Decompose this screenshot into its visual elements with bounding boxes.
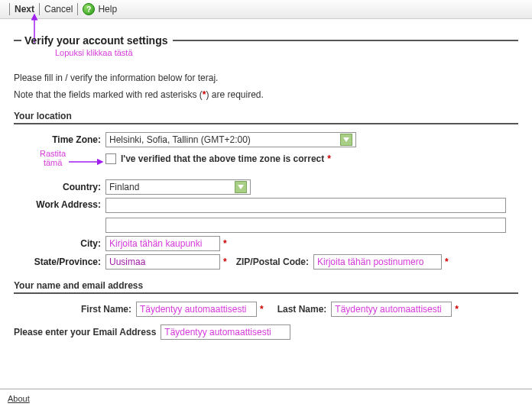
- zip-label: ZIP/Postal Code:: [227, 257, 313, 267]
- location-heading: Your location: [14, 111, 518, 124]
- state-input[interactable]: Uusimaa: [105, 254, 220, 270]
- intro-line-2: Note that the fields marked with red ast…: [14, 89, 518, 100]
- toolbar-separator: [77, 3, 78, 15]
- email-label: Please enter your Email Address: [14, 327, 161, 337]
- content-area: Verify your account settings Lopuksi kli…: [0, 19, 532, 389]
- city-input[interactable]: Kirjoita tähän kaupunki: [105, 236, 220, 251]
- about-link[interactable]: About: [8, 394, 30, 403]
- required-asterisk: *: [445, 257, 449, 267]
- timezone-label: Time Zone:: [14, 134, 105, 145]
- required-asterisk: *: [260, 304, 264, 315]
- work-address-input-1[interactable]: [105, 198, 506, 213]
- chevron-down-icon[interactable]: [340, 134, 352, 146]
- email-input[interactable]: Täydentyy automaattisesti: [161, 324, 290, 340]
- timezone-select[interactable]: Helsinki, Sofia, Tallinn (GMT+2:00): [105, 132, 356, 147]
- country-select[interactable]: Finland: [105, 179, 251, 195]
- verify-timezone-checkbox[interactable]: [105, 153, 116, 164]
- help-button[interactable]: ? Help: [83, 3, 117, 15]
- required-asterisk: *: [223, 238, 227, 249]
- section-title: Verify your account settings: [14, 34, 518, 47]
- lastname-label: Last Name:: [268, 304, 332, 315]
- footer: About: [0, 389, 532, 408]
- work-address-label: Work Address:: [14, 198, 105, 210]
- required-asterisk: *: [327, 153, 331, 164]
- toolbar: Next Cancel ? Help: [0, 0, 532, 19]
- annotation-check-this: Rastitatämä: [40, 149, 66, 167]
- lastname-input[interactable]: Täydentyy automaattisesti: [331, 302, 452, 317]
- zip-input[interactable]: Kirjoita tähän postinumero: [313, 254, 442, 270]
- next-button[interactable]: Next: [15, 4, 34, 15]
- state-label: State/Province:: [14, 257, 105, 267]
- timezone-value: Helsinki, Sofia, Tallinn (GMT+2:00): [109, 133, 337, 147]
- help-icon: ?: [83, 3, 95, 15]
- intro-line-1: Please fill in / verify the information …: [14, 73, 518, 83]
- help-label: Help: [98, 4, 117, 15]
- required-asterisk: *: [455, 304, 459, 315]
- verify-timezone-label: I've verified that the above time zone i…: [121, 153, 324, 164]
- firstname-label: First Name:: [14, 304, 136, 315]
- toolbar-separator: [9, 3, 10, 15]
- section-title-text: Verify your account settings: [24, 34, 168, 47]
- nameemail-heading: Your name and email address: [14, 280, 518, 294]
- city-label: City:: [14, 238, 105, 249]
- arrow-to-checkbox: [69, 157, 107, 167]
- chevron-down-icon[interactable]: [235, 181, 247, 193]
- country-value: Finland: [109, 180, 232, 194]
- cancel-button[interactable]: Cancel: [44, 4, 73, 15]
- country-label: Country:: [14, 182, 105, 192]
- firstname-input[interactable]: Täydentyy automaattisesti: [136, 302, 257, 317]
- toolbar-separator: [39, 3, 40, 15]
- work-address-input-2[interactable]: [105, 218, 506, 233]
